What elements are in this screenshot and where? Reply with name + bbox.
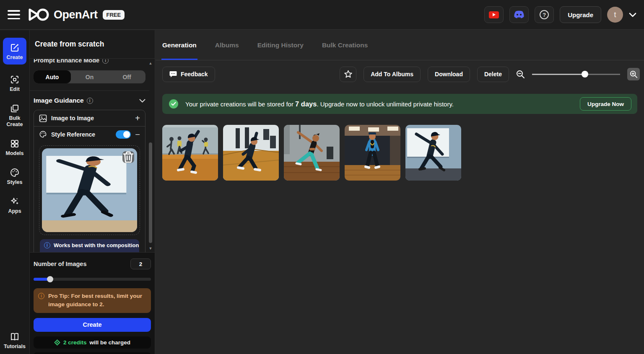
style-reference-row[interactable]: Style Reference − xyxy=(34,126,145,142)
warning-info-icon: i xyxy=(38,293,44,299)
info-icon: i xyxy=(44,242,50,248)
openart-app: OpenArt FREE ? Upgrade t xyxy=(0,0,644,354)
tutorials-icon xyxy=(10,332,20,342)
rail-item-styles[interactable]: Styles xyxy=(2,168,28,186)
avatar[interactable]: t xyxy=(607,7,623,23)
upgrade-now-button[interactable]: Upgrade Now xyxy=(580,97,631,111)
zoom-in-button[interactable] xyxy=(627,68,640,80)
trash-icon xyxy=(122,151,134,163)
bulk-create-icon xyxy=(10,103,20,114)
generated-image-3[interactable] xyxy=(284,125,340,181)
download-button[interactable]: Download xyxy=(428,67,470,82)
delete-button[interactable]: Delete xyxy=(477,67,509,82)
prompt-enhance-segmented: Auto On Off xyxy=(34,70,145,83)
prompt-enhance-label: Prompt Enhance Mode i xyxy=(34,59,145,64)
credits-info: 2 credits will be charged xyxy=(34,336,151,349)
panel-bottom-section: Number of Images 2 i Pro Tip: For best r… xyxy=(30,252,155,354)
credit-gem-icon xyxy=(54,339,60,346)
image-to-image-row[interactable]: Image to Image + xyxy=(34,110,145,126)
feedback-button[interactable]: Feedback xyxy=(162,67,215,82)
image-guidance-header[interactable]: Image Guidance i xyxy=(34,97,145,104)
feedback-chat-icon xyxy=(169,71,177,78)
prompt-enhance-option-auto[interactable]: Auto xyxy=(34,70,71,83)
create-panel: Create from scratch Prompt Enhance Mode … xyxy=(30,30,155,354)
toolbar: Feedback Add To Albums Download Delete xyxy=(156,60,644,88)
openart-logo-icon[interactable] xyxy=(28,8,49,22)
favorite-button[interactable] xyxy=(340,67,356,82)
tab-bulk-creations[interactable]: Bulk Creations xyxy=(322,30,368,60)
speed-info: ~22.3 s/img Upgrade to enjoy speed boost xyxy=(34,352,151,354)
rail-item-tutorials[interactable]: Tutorials xyxy=(2,332,28,350)
delete-style-reference-button[interactable] xyxy=(122,151,134,163)
scroll-down-arrow[interactable]: ▼ xyxy=(148,245,153,251)
slider-knob[interactable] xyxy=(47,276,53,282)
image-guidance-box: Image to Image + Style Reference − xyxy=(34,110,145,252)
chevron-down-icon[interactable] xyxy=(629,13,636,17)
tab-albums[interactable]: Albums xyxy=(215,30,239,60)
rail-item-bulk-create[interactable]: Bulk Create xyxy=(2,103,28,128)
create-button[interactable]: Create xyxy=(34,318,151,332)
generated-image-2[interactable] xyxy=(223,125,279,181)
storage-banner-text: Your private creations will be stored fo… xyxy=(185,100,454,108)
collapse-chevron-icon[interactable] xyxy=(139,99,145,103)
add-to-albums-button[interactable]: Add To Albums xyxy=(364,67,421,82)
scroll-up-arrow[interactable]: ▲ xyxy=(148,60,153,66)
palette-icon xyxy=(39,130,47,138)
menu-icon[interactable] xyxy=(8,10,20,19)
brand-name[interactable]: OpenArt xyxy=(54,8,98,21)
info-icon[interactable]: i xyxy=(102,59,109,64)
rail-item-models[interactable]: Models xyxy=(2,139,28,157)
number-of-images-label: Number of Images xyxy=(34,261,87,267)
generated-image-5[interactable] xyxy=(405,125,461,181)
style-reference-image[interactable] xyxy=(42,148,137,232)
zoom-out-icon[interactable] xyxy=(516,70,525,79)
main-content: Generation Albums Editing History Bulk C… xyxy=(156,30,644,354)
style-reference-toggle[interactable] xyxy=(116,130,131,139)
zoom-slider-knob[interactable] xyxy=(582,71,588,78)
plan-badge: FREE xyxy=(103,10,125,20)
styles-icon xyxy=(10,168,20,178)
create-icon xyxy=(10,43,20,53)
rail-item-apps[interactable]: Apps xyxy=(2,196,28,214)
models-icon xyxy=(10,139,20,149)
top-bar: OpenArt FREE ? Upgrade t xyxy=(0,0,644,30)
rail-item-edit[interactable]: Edit xyxy=(2,75,28,93)
panel-header: Create from scratch xyxy=(30,30,155,59)
style-reference-note: i Works best with the composition xyxy=(40,239,139,252)
add-image-icon[interactable]: + xyxy=(135,114,140,122)
rail-item-create[interactable]: Create xyxy=(3,38,26,65)
number-of-images-value[interactable]: 2 xyxy=(130,258,151,269)
help-button[interactable]: ? xyxy=(535,6,554,23)
prompt-enhance-option-off[interactable]: Off xyxy=(108,70,145,83)
generated-image-4[interactable] xyxy=(345,125,400,181)
info-icon[interactable]: i xyxy=(87,98,93,104)
youtube-icon xyxy=(489,11,499,18)
number-of-images-slider[interactable] xyxy=(34,276,151,282)
tab-editing-history[interactable]: Editing History xyxy=(257,30,304,60)
prompt-enhance-option-on[interactable]: On xyxy=(71,70,108,83)
nav-rail: Create Edit Bulk Create Models xyxy=(0,30,30,354)
generation-gallery xyxy=(162,125,637,181)
discord-icon xyxy=(514,10,525,19)
upgrade-button[interactable]: Upgrade xyxy=(560,6,601,23)
generated-image-1[interactable] xyxy=(162,125,218,181)
tab-generation[interactable]: Generation xyxy=(162,30,197,60)
thumbnail-zoom-slider[interactable] xyxy=(532,71,620,78)
tab-bar: Generation Albums Editing History Bulk C… xyxy=(156,30,644,60)
zoom-in-icon xyxy=(630,70,638,78)
check-icon xyxy=(169,99,178,109)
storage-banner: Your private creations will be stored fo… xyxy=(162,94,637,114)
edit-icon xyxy=(10,75,20,85)
panel-scrollbar[interactable]: ▲ ▼ xyxy=(148,60,153,251)
scrollbar-thumb[interactable] xyxy=(149,142,152,243)
youtube-button[interactable] xyxy=(484,6,504,23)
help-icon: ? xyxy=(540,10,549,19)
star-icon xyxy=(344,70,353,78)
panel-title: Create from scratch xyxy=(35,40,104,49)
panel-scroll-area: Prompt Enhance Mode i Auto On Off Image … xyxy=(30,59,155,252)
pro-tip-banner: i Pro Tip: For best results, limit your … xyxy=(34,288,151,313)
discord-button[interactable] xyxy=(509,6,529,23)
remove-style-reference-icon[interactable]: − xyxy=(135,130,140,139)
apps-icon xyxy=(10,196,20,207)
style-reference-preview-wrap: i Works best with the composition xyxy=(34,142,145,252)
